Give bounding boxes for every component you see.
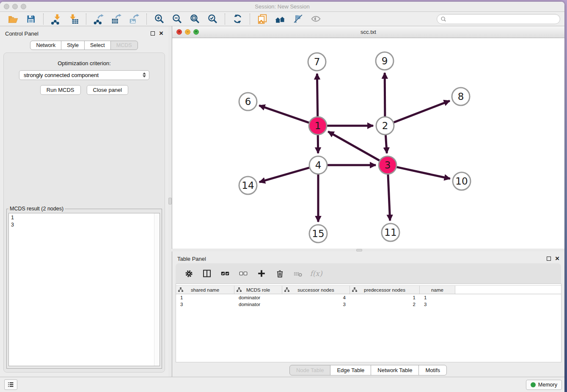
search-box[interactable] [437,14,560,24]
delete-table-button[interactable] [292,267,304,280]
tab-network-table[interactable]: Network Table [371,365,419,375]
tab-edge-table[interactable]: Edge Table [330,365,371,375]
memory-button[interactable]: Memory [526,380,562,390]
tab-motifs[interactable]: Motifs [418,365,447,375]
add-column-button[interactable] [255,267,268,280]
table-row[interactable]: 3dominator323 [176,301,561,308]
column-header-successor-nodes[interactable]: successor nodes [282,286,350,294]
tab-style[interactable]: Style [61,41,85,50]
graph-node-4[interactable]: 4 [309,156,327,174]
graph-edge-1-7[interactable] [317,74,317,116]
graph-node-2[interactable]: 2 [376,117,394,135]
graph-edge-3-11[interactable] [388,174,390,221]
graph-node-label-11: 11 [384,227,396,238]
column-header-MCDS-role[interactable]: MCDS role [234,286,282,294]
select-all-button[interactable] [219,267,231,280]
network-canvas[interactable]: 1234678910111415 [172,38,564,248]
close-panel-button[interactable]: Close panel [87,85,129,95]
function-builder-button[interactable]: f(x) [310,267,322,280]
apply-layout-button[interactable] [232,14,243,25]
float-panel-icon[interactable] [547,257,551,261]
vertical-splitter[interactable] [168,26,172,377]
criterion-select[interactable]: strongly connected component [19,70,149,80]
column-header-predecessor-nodes[interactable]: predecessor nodes [350,286,420,294]
deselect-all-button[interactable] [237,267,250,280]
tab-select[interactable]: Select [84,41,111,50]
zoom-fit-button[interactable] [189,14,200,25]
cell-predecessor-nodes[interactable]: 2 [350,301,420,308]
export-table-button[interactable] [111,14,122,25]
column-header-shared-name[interactable]: shared name [176,286,234,294]
graph-node-label-7: 7 [314,56,320,67]
task-history-button[interactable] [4,379,17,390]
graph-node-15[interactable]: 15 [309,225,327,243]
tab-node-table[interactable]: Node Table [289,365,331,375]
close-panel-icon[interactable]: × [159,31,163,36]
birds-eye-view-button[interactable] [310,14,321,25]
graph-edge-3-1[interactable] [328,132,379,160]
app-window: Session: New Session [0,2,564,392]
float-panel-icon[interactable] [151,31,155,36]
export-image-button[interactable] [129,14,140,25]
open-session-button[interactable] [8,14,19,25]
graph-node-7[interactable]: 7 [308,53,326,71]
close-panel-icon[interactable]: × [555,257,559,261]
cell-shared-name[interactable]: 3 [176,301,234,308]
cell-shared-name[interactable]: 1 [176,294,234,301]
network-overview-button[interactable] [275,14,286,25]
table-settings-button[interactable] [182,267,195,280]
export-network-button[interactable] [93,14,104,25]
control-panel: Control Panel × NetworkStyleSelectMCDS O… [0,26,168,377]
app-titlebar: Session: New Session [0,2,564,12]
graph-node-11[interactable]: 11 [382,224,399,241]
graph-edge-2-8[interactable] [394,101,450,122]
graph-edge-3-10[interactable] [396,167,450,179]
graph-edge-2-3[interactable] [385,135,387,153]
cell-name[interactable]: 1 [420,294,455,301]
table-panel-tabs: Node TableEdge TableNetwork TableMotifs [290,365,447,375]
graph-node-10[interactable]: 10 [453,172,471,190]
table-header-row: shared nameMCDS rolesuccessor nodesprede… [176,285,561,294]
tab-mcds[interactable]: MCDS [110,41,138,50]
graph-node-14[interactable]: 14 [239,177,257,194]
cell-successor-nodes[interactable]: 4 [282,294,350,301]
graph-node-8[interactable]: 8 [452,88,470,105]
cell-predecessor-nodes[interactable]: 1 [350,294,420,301]
result-line: 1 [11,214,157,221]
import-network-icon [50,14,61,25]
toggle-graphics-details-button[interactable] [292,14,303,25]
cell-MCDS-role[interactable]: dominator [234,301,282,308]
search-input[interactable] [448,16,556,22]
cell-name[interactable]: 3 [420,301,455,308]
cell-successor-nodes[interactable]: 3 [282,301,350,308]
table-row[interactable]: 1dominator411 [176,294,561,301]
graph-node-6[interactable]: 6 [239,93,257,110]
gear-icon [184,269,193,278]
run-mcds-button[interactable]: Run MCDS [40,85,81,95]
network-graph[interactable]: 1234678910111415 [172,38,564,248]
zoom-selected-button[interactable] [207,14,218,25]
tab-network[interactable]: Network [30,41,61,50]
graph-edge-2-9[interactable] [385,73,385,116]
graph-node-9[interactable]: 9 [376,52,394,70]
graph-node-3[interactable]: 3 [379,156,396,174]
zoom-out-button[interactable] [171,14,182,25]
graph-edge-4-14[interactable] [259,168,309,182]
import-table-button[interactable] [68,14,79,25]
column-header-name[interactable]: name [420,286,455,294]
cell-MCDS-role[interactable]: dominator [234,294,282,301]
split-view-button[interactable] [201,267,213,280]
delete-column-button[interactable] [273,267,286,280]
mcds-result-text[interactable]: 13 [8,213,160,366]
result-scrollbar[interactable] [154,213,160,366]
table-toolbar: f(x) [176,263,561,284]
import-network-button[interactable] [50,14,61,25]
node-table[interactable]: shared nameMCDS rolesuccessor nodesprede… [176,284,561,362]
save-session-button[interactable] [25,14,36,25]
graph-edge-1-6[interactable] [259,105,309,123]
zoom-in-button[interactable] [154,14,165,25]
duplicate-network-button[interactable] [257,14,268,25]
graph-node-1[interactable]: 1 [309,117,327,135]
splitter-grip[interactable] [168,198,172,204]
select-stepper-icon [143,72,146,77]
